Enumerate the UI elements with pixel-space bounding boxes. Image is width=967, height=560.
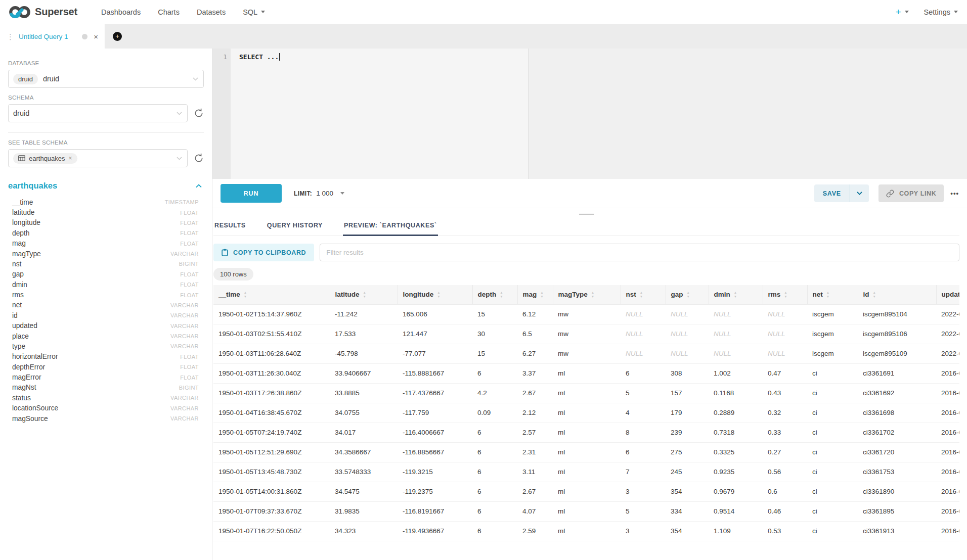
table-select[interactable]: earthquakes ×: [8, 149, 188, 167]
schema-column-name: magError: [12, 374, 41, 381]
collapse-table-icon[interactable]: [196, 184, 202, 188]
table-cell: ci: [807, 442, 858, 462]
tab-preview-earthquakes[interactable]: PREVIEW: `EARTHQUAKES`: [343, 218, 438, 236]
column-header-nst[interactable]: nst▲▼: [621, 285, 666, 304]
column-header-gap[interactable]: gap▲▼: [666, 285, 709, 304]
schema-column-row: nstBIGINT: [12, 259, 199, 269]
table-cell: 1950-01-05T14:00:31.860Z: [213, 482, 330, 501]
table-row: 1950-01-05T07:24:19.740Z34.017-116.40066…: [213, 423, 959, 442]
table-cell: 6.27: [517, 344, 553, 363]
refresh-tables-icon[interactable]: [194, 153, 204, 163]
copy-to-clipboard-button[interactable]: COPY TO CLIPBOARD: [213, 244, 314, 261]
table-cell: 308: [666, 363, 709, 383]
column-header-__time[interactable]: __time▲▼: [213, 285, 330, 304]
table-cell: ml: [553, 521, 621, 541]
limit-dropdown[interactable]: LIMIT: 1 000: [294, 190, 344, 197]
add-tab-button[interactable]: +: [113, 32, 122, 41]
column-header-label: nst: [626, 291, 636, 298]
refresh-schemas-icon[interactable]: [194, 108, 204, 118]
column-header-longitude[interactable]: longitude▲▼: [398, 285, 472, 304]
table-cell: 121.447: [398, 324, 472, 344]
superset-brand[interactable]: Superset: [9, 6, 77, 19]
table-cell: 6.12: [517, 304, 553, 324]
column-header-label: latitude: [335, 291, 360, 298]
table-cell: ml: [553, 423, 621, 442]
new-item-button[interactable]: +: [895, 7, 908, 17]
column-header-updated[interactable]: updated▲▼: [936, 285, 959, 304]
table-cell: 1950-01-03T11:06:28.640Z: [213, 344, 330, 363]
more-actions-button[interactable]: •••: [950, 190, 959, 197]
table-cell: -117.4376667: [398, 383, 472, 403]
column-header-dmin[interactable]: dmin▲▼: [709, 285, 763, 304]
table-cell: 6: [472, 482, 517, 501]
save-options-button[interactable]: [850, 184, 869, 202]
table-cell: 4.07: [517, 501, 553, 521]
column-header-label: gap: [671, 291, 683, 298]
table-cell: -45.798: [330, 344, 398, 363]
table-cell: 6: [472, 423, 517, 442]
table-row: 1950-01-03T11:06:28.640Z-45.798-77.07715…: [213, 344, 959, 363]
drag-handle-icon[interactable]: ⋮: [7, 33, 14, 40]
column-header-label: rms: [768, 291, 781, 298]
table-cell: 5: [621, 501, 666, 521]
column-header-rms[interactable]: rms▲▼: [763, 285, 807, 304]
sql-code-area[interactable]: SELECT ...: [231, 49, 967, 179]
database-select[interactable]: druid druid: [8, 70, 204, 88]
schema-column-row: magNstBIGINT: [12, 383, 199, 393]
column-header-depth[interactable]: depth▲▼: [472, 285, 517, 304]
query-tab-active[interactable]: ⋮ Untitled Query 1 ×: [0, 24, 105, 49]
copy-link-button[interactable]: COPY LINK: [878, 184, 944, 202]
table-cell: ml: [553, 383, 621, 403]
nav-item-sql[interactable]: SQL: [243, 8, 265, 16]
schema-select[interactable]: druid: [8, 104, 188, 122]
table-cell: ml: [553, 363, 621, 383]
clipboard-icon: [222, 249, 228, 256]
table-cell: 0.7318: [709, 423, 763, 442]
table-cell: ci3361720: [858, 442, 936, 462]
remove-table-icon[interactable]: ×: [69, 155, 72, 161]
table-cell: 0.9514: [709, 501, 763, 521]
table-cell: ml: [553, 501, 621, 521]
nav-item-dashboards[interactable]: Dashboards: [101, 8, 141, 16]
sort-icon: ▲▼: [244, 291, 247, 298]
table-cell: ci: [807, 501, 858, 521]
pane-resize-handle[interactable]: [579, 212, 594, 216]
schema-column-row: horizontalErrorFLOAT: [12, 352, 199, 362]
schema-column-name: depthError: [12, 363, 45, 371]
results-pane: RESULTS QUERY HISTORY PREVIEW: `EARTHQUA…: [212, 208, 967, 560]
sqllab-sidebar: DATABASE druid druid SCHEMA druid: [0, 49, 212, 560]
column-header-id[interactable]: id▲▼: [858, 285, 936, 304]
print-margin-ruler: [528, 49, 967, 179]
table-cell: ml: [553, 403, 621, 423]
table-row: 1950-01-05T14:00:31.860Z34.5475-119.2375…: [213, 482, 959, 501]
table-cell: 2016-0: [936, 501, 959, 521]
table-cell: 7: [621, 462, 666, 482]
chevron-down-icon: [177, 112, 182, 115]
nav-item-datasets[interactable]: Datasets: [197, 8, 226, 16]
query-tabbar: ⋮ Untitled Query 1 × +: [0, 24, 967, 49]
table-cell: ci3361698: [858, 403, 936, 423]
column-header-latitude[interactable]: latitude▲▼: [330, 285, 398, 304]
filter-results-input[interactable]: [320, 244, 959, 261]
schema-column-name: gap: [12, 270, 24, 278]
table-cell: mw: [553, 304, 621, 324]
schema-column-name: id: [12, 312, 18, 319]
tab-results[interactable]: RESULTS: [213, 218, 247, 236]
run-button[interactable]: RUN: [221, 184, 282, 203]
results-tabbar: RESULTS QUERY HISTORY PREVIEW: `EARTHQUA…: [213, 218, 959, 236]
tab-query-history[interactable]: QUERY HISTORY: [266, 218, 324, 236]
nav-item-charts[interactable]: Charts: [158, 8, 180, 16]
sidebar-divider: [8, 132, 204, 133]
table-row: 1950-01-07T16:22:50.050Z34.323-119.49366…: [213, 521, 959, 541]
schema-column-type: VARCHAR: [170, 415, 199, 422]
sql-editor: 1 SELECT ...: [212, 49, 967, 179]
close-tab-icon[interactable]: ×: [94, 33, 98, 40]
column-header-net[interactable]: net▲▼: [807, 285, 858, 304]
table-cell: ci: [807, 482, 858, 501]
table-cell: NULL: [621, 324, 666, 344]
save-button[interactable]: SAVE: [814, 184, 850, 202]
table-cell: 0.47: [763, 363, 807, 383]
settings-menu[interactable]: Settings: [924, 8, 958, 16]
column-header-mag[interactable]: mag▲▼: [517, 285, 553, 304]
column-header-magType[interactable]: magType▲▼: [553, 285, 621, 304]
